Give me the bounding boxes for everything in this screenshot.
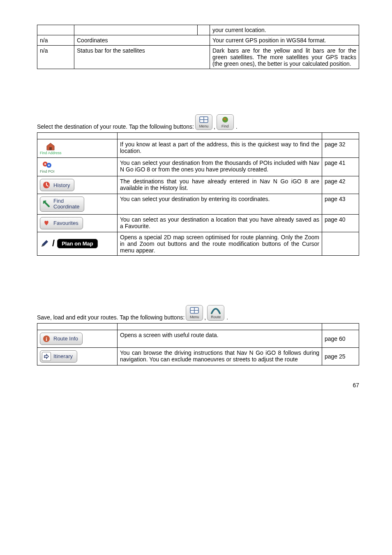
find-poi-desc: You can select your destination from the… [118,158,322,176]
route-info-icon: i [42,334,51,343]
find-address-desc: If you know at least a part of the addre… [118,139,322,158]
menu-button-2[interactable]: Menu [186,305,203,321]
route-info-button[interactable]: i Route Info [40,333,83,345]
route-info-desc: Opens a screen with useful route data. [118,330,322,347]
find-globe-icon [220,116,230,124]
favourites-cell: Favourites [37,214,118,232]
pencil-icon [40,238,50,248]
route-label: Route [211,315,221,319]
t1-r1-c2: Coordinates [74,35,210,46]
t1-r1-c4: Your current GPS position in WGS84 forma… [210,35,359,46]
plan-on-map-desc: Opens a special 2D map screen optimised … [118,232,322,255]
plan-on-map-button[interactable]: Plan on Map [57,239,98,248]
svg-point-8 [48,164,50,166]
gps-info-table: your current location. n/a Coordinates Y… [37,25,359,69]
find-label: Find [221,124,229,128]
find-poi-cell: Find POI [37,158,118,176]
find-poi-icon: Find POI [40,160,55,173]
route-info-cell: i Route Info [37,330,118,347]
history-label: History [53,182,70,188]
t1-r2-c1: n/a [37,46,74,69]
menu-icon-2 [189,306,199,314]
menu-button[interactable]: Menu [195,114,212,130]
t1-r2-c2: Status bar for the satellites [74,46,210,69]
route-options-table: i Route Info Opens a screen with useful … [37,323,359,365]
find-coord-ref: page 43 [322,194,359,215]
t1-r2-c4: Dark bars are for the yellow and lit bar… [210,46,359,69]
plan-on-map-label: Plan on Map [62,240,93,247]
find-button[interactable]: Find [217,114,234,130]
period2: . [226,314,228,321]
route-button[interactable]: Route [207,305,224,321]
t1-r1-c1: n/a [37,35,74,46]
find-address-label: Find Address [40,151,62,155]
find-address-ref: page 32 [322,139,359,158]
svg-point-7 [44,163,46,165]
svg-text:i: i [46,336,47,342]
history-ref: page 42 [322,176,359,194]
route-arc-icon [211,306,221,314]
period1: . [236,123,238,130]
menu-label-2: Menu [190,315,199,319]
find-intro-text: Select the destination of your route. Ta… [37,123,194,130]
menu-label: Menu [199,124,209,128]
find-coord-button[interactable]: Find Coordinate [40,197,84,212]
page-number: 67 [37,382,359,388]
t1-r0-c3 [198,25,210,35]
history-icon [42,180,51,190]
favourites-ref: page 40 [322,214,359,232]
t1-r0-c4: your current location. [210,25,359,35]
itinerary-icon [42,352,51,361]
find-coord-desc: You can select your destination by enter… [118,194,322,215]
t1-r0-c1 [37,25,74,35]
t1-r0-c2 [74,25,198,35]
find-address-cell: Find Address [37,139,118,158]
route-intro-line: Save, load and edit your routes. Tap the… [37,305,359,321]
itinerary-button[interactable]: Itinerary [40,350,77,363]
itinerary-cell: Itinerary [37,347,118,365]
itinerary-ref: page 25 [322,347,359,365]
route-info-label: Route Info [53,335,78,342]
svg-rect-4 [49,147,52,150]
favourites-button[interactable]: Favourites [40,217,83,229]
find-poi-ref: page 41 [322,158,359,176]
comma1: , [214,123,215,130]
history-cell: History [37,176,118,194]
itinerary-desc: You can browse the driving instructions … [118,347,322,365]
find-poi-label: Find POI [40,169,55,173]
find-coord-icon [42,199,51,208]
comma2: , [204,314,206,321]
find-address-icon: Find Address [40,142,62,155]
plan-on-map-cell: / Plan on Map [37,232,118,255]
history-button[interactable]: History [40,179,74,191]
route-intro-text: Save, load and edit your routes. Tap the… [37,314,184,321]
find-coord-label: Find Coordinate [53,198,80,210]
itinerary-label: Itinerary [53,353,73,359]
plan-on-map-ref [322,232,359,255]
favourites-icon [42,219,51,228]
find-coord-cell: Find Coordinate [37,194,118,215]
favourites-desc: You can select as your destination a loc… [118,214,322,232]
plan-on-map-group: / Plan on Map [40,238,98,249]
slash-sep: / [52,238,55,249]
favourites-label: Favourites [53,220,78,226]
find-options-table: Find Address If you know at least a part… [37,132,359,256]
route-info-ref: page 60 [322,330,359,347]
history-desc: The destinations that you have already e… [118,176,322,194]
find-intro-line: Select the destination of your route. Ta… [37,114,359,130]
menu-icon [199,116,209,124]
